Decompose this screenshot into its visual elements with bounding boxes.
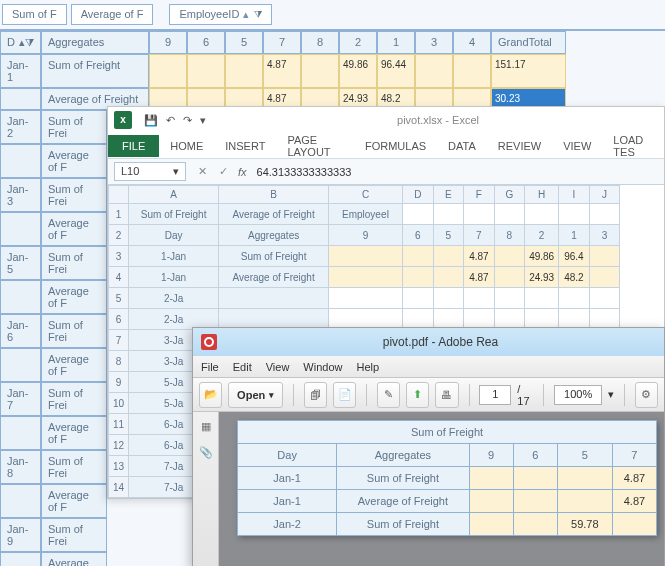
cell[interactable] xyxy=(433,246,464,267)
value-cell[interactable] xyxy=(149,54,187,88)
enter-icon[interactable]: ✓ xyxy=(213,165,234,178)
value-cell[interactable] xyxy=(453,54,491,88)
day-cell[interactable]: Jan-1 xyxy=(0,54,41,88)
row-header[interactable]: 14 xyxy=(109,477,129,498)
cell[interactable] xyxy=(403,246,434,267)
thumbnails-icon[interactable]: ▦ xyxy=(197,420,215,438)
agg-cell[interactable]: Sum of Frei xyxy=(41,110,107,144)
cancel-icon[interactable]: ✕ xyxy=(192,165,213,178)
col-header[interactable]: E xyxy=(433,186,464,204)
save-icon[interactable]: 💾 xyxy=(144,114,158,127)
col-6[interactable]: 6 xyxy=(187,31,225,54)
cell[interactable] xyxy=(403,288,434,309)
value-cell[interactable]: 151.17 xyxy=(491,54,566,88)
share-icon[interactable]: ⬆ xyxy=(406,382,429,408)
row-header[interactable]: 3 xyxy=(109,246,129,267)
cell[interactable]: 24.93 xyxy=(525,267,559,288)
tab-formulas[interactable]: FORMULAS xyxy=(354,135,437,157)
dropdown-icon[interactable]: ▾ xyxy=(608,388,614,401)
cell[interactable]: 96.4 xyxy=(559,246,590,267)
day-cell[interactable] xyxy=(0,88,41,110)
zoom-input[interactable]: 100% xyxy=(554,385,602,405)
cell[interactable] xyxy=(559,288,590,309)
day-cell[interactable]: Jan-9 xyxy=(0,518,41,552)
day-cell[interactable]: Jan-8 xyxy=(0,450,41,484)
cell[interactable] xyxy=(589,267,620,288)
aggregates-header[interactable]: Aggregates xyxy=(41,31,149,54)
value-cell[interactable]: 4.87 xyxy=(263,54,301,88)
col-header[interactable]: B xyxy=(219,186,329,204)
tools-icon[interactable]: ⚙ xyxy=(635,382,658,408)
cell[interactable] xyxy=(589,204,620,225)
cell[interactable] xyxy=(494,246,525,267)
chip-sum-freight[interactable]: Sum of F xyxy=(2,4,67,25)
value-cell[interactable] xyxy=(187,54,225,88)
row-header[interactable]: 8 xyxy=(109,351,129,372)
tab-data[interactable]: DATA xyxy=(437,135,487,157)
col-4[interactable]: 4 xyxy=(453,31,491,54)
row-header[interactable]: 9 xyxy=(109,372,129,393)
agg-cell[interactable]: Average of F xyxy=(41,552,107,566)
row-header[interactable]: 4 xyxy=(109,267,129,288)
cell[interactable]: Sum of Freight xyxy=(219,246,329,267)
cell[interactable]: 8 xyxy=(494,225,525,246)
undo-icon[interactable]: ↶ xyxy=(166,114,175,127)
agg-cell[interactable]: Sum of Frei xyxy=(41,450,107,484)
cell[interactable]: 5 xyxy=(433,225,464,246)
export-pdf-icon[interactable]: 📄 xyxy=(333,382,356,408)
cell[interactable]: 1-Jan xyxy=(129,246,219,267)
col-grandtotal[interactable]: GrandTotal xyxy=(491,31,566,54)
agg-cell[interactable]: Sum of Frei xyxy=(41,314,107,348)
cell[interactable] xyxy=(494,204,525,225)
menu-view[interactable]: View xyxy=(266,361,290,373)
row-header[interactable]: 11 xyxy=(109,414,129,435)
cell[interactable]: Aggregates xyxy=(219,225,329,246)
cell[interactable]: EmployeeI xyxy=(329,204,403,225)
chip-avg-freight[interactable]: Average of F xyxy=(71,4,154,25)
page-number-input[interactable]: 1 xyxy=(479,385,511,405)
sign-icon[interactable]: ✎ xyxy=(377,382,400,408)
menu-window[interactable]: Window xyxy=(303,361,342,373)
chip-employee-id[interactable]: EmployeeID▴⧩ xyxy=(169,4,272,25)
attachments-icon[interactable]: 📎 xyxy=(197,446,215,464)
agg-cell[interactable]: Sum of Frei xyxy=(41,246,107,280)
formula-value[interactable]: 64.3133333333333 xyxy=(251,164,664,180)
cell[interactable] xyxy=(464,288,495,309)
tab-insert[interactable]: INSERT xyxy=(214,135,276,157)
day-header[interactable]: D▴⧩ xyxy=(0,31,41,54)
cell[interactable] xyxy=(329,246,403,267)
tab-file[interactable]: FILE xyxy=(108,135,159,157)
cell[interactable] xyxy=(589,288,620,309)
cell[interactable] xyxy=(494,288,525,309)
col-header[interactable]: I xyxy=(559,186,590,204)
cell[interactable]: 4.87 xyxy=(464,267,495,288)
cell[interactable] xyxy=(525,204,559,225)
cell[interactable] xyxy=(525,288,559,309)
open-button[interactable]: Open▾ xyxy=(228,382,283,408)
col-7[interactable]: 7 xyxy=(263,31,301,54)
cell[interactable]: Average of Freight xyxy=(219,267,329,288)
agg-cell[interactable]: Average of F xyxy=(41,212,107,246)
cell[interactable]: 7 xyxy=(464,225,495,246)
row-header[interactable]: 12 xyxy=(109,435,129,456)
cell[interactable]: 6 xyxy=(403,225,434,246)
cell[interactable]: Sum of Freight xyxy=(129,204,219,225)
cell[interactable] xyxy=(403,204,434,225)
col-5[interactable]: 5 xyxy=(225,31,263,54)
agg-cell[interactable]: Sum of Freight xyxy=(41,54,149,88)
agg-cell[interactable]: Average of F xyxy=(41,144,107,178)
row-header[interactable]: 13 xyxy=(109,456,129,477)
agg-cell[interactable]: Average of F xyxy=(41,484,107,518)
cell[interactable]: 4.87 xyxy=(464,246,495,267)
value-cell[interactable] xyxy=(301,54,339,88)
cell[interactable] xyxy=(329,267,403,288)
day-cell[interactable]: Jan-7 xyxy=(0,382,41,416)
tab-home[interactable]: HOME xyxy=(159,135,214,157)
row-header[interactable]: 2 xyxy=(109,225,129,246)
cell[interactable]: 49.86 xyxy=(525,246,559,267)
tab-page-layout[interactable]: PAGE LAYOUT xyxy=(276,129,354,163)
agg-cell[interactable]: Average of F xyxy=(41,280,107,314)
cell[interactable]: 3 xyxy=(589,225,620,246)
col-2[interactable]: 2 xyxy=(339,31,377,54)
cell[interactable] xyxy=(433,267,464,288)
